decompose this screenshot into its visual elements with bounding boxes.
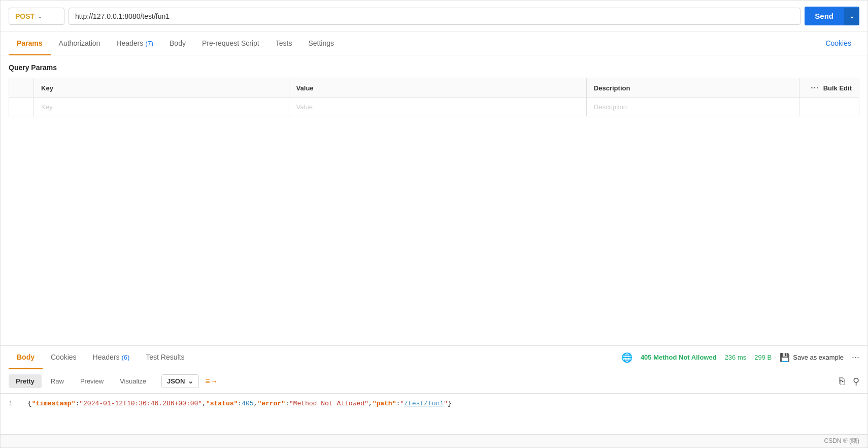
table-header-row: Key Value Description ··· Bulk Edit [9,78,859,98]
params-table: Key Value Description ··· Bulk Edit Key … [9,78,859,116]
bottom-bar-text: CSDN ® (哦) [824,437,859,445]
url-input-wrapper [69,8,800,25]
url-bar: POST ⌄ Send ⌄ [1,1,867,32]
tab-settings[interactable]: Settings [300,32,342,55]
tab-tests[interactable]: Tests [268,32,301,55]
globe-icon: 🌐 [621,352,632,363]
response-section: Body Cookies Headers (6) Test Results 🌐 … [1,345,867,434]
send-label: Send [805,7,844,25]
response-headers-badge: (6) [121,354,129,361]
response-meta: 🌐 405 Method Not Allowed 236 ms 299 B 💾 … [621,352,859,363]
json-val-timestamp: "2024-01-12T10:36:46.286+00:00" [79,400,202,407]
view-raw-button[interactable]: Raw [44,374,71,388]
url-input[interactable] [75,12,794,20]
send-dropdown-icon[interactable]: ⌄ [844,8,859,25]
send-button[interactable]: Send ⌄ [805,7,859,25]
format-select[interactable]: JSON ⌄ [161,374,199,388]
spacer [1,116,867,345]
line-number: 1 [9,400,24,407]
actions-header: ··· Bulk Edit [799,78,859,98]
response-more-options-icon[interactable]: ··· [852,352,859,363]
response-tab-headers[interactable]: Headers (6) [85,346,138,369]
response-tab-test-results[interactable]: Test Results [138,346,192,369]
tab-pre-request[interactable]: Pre-request Script [194,32,268,55]
table-row: Key Value Description [9,98,859,116]
format-label: JSON [167,377,185,385]
section-title: Query Params [9,63,859,72]
bulk-edit-label[interactable]: Bulk Edit [823,84,852,92]
tab-cookies[interactable]: Cookies [817,32,859,55]
response-tab-body[interactable]: Body [9,346,43,369]
view-visualize-button[interactable]: Visualize [113,374,153,388]
value-header: Value [289,78,586,98]
method-chevron-icon: ⌄ [38,13,43,20]
row-key-cell[interactable]: Key [34,98,289,116]
response-time: 236 ms [725,354,747,361]
method-label: POST [15,12,35,20]
filter-icon-button[interactable]: ≡→ [205,377,218,386]
json-val-path: "/test/fun1" [400,400,448,407]
tab-body[interactable]: Body [161,32,194,55]
main-container: POST ⌄ Send ⌄ Params Authorization Heade… [0,0,868,448]
key-header: Key [34,78,289,98]
json-key-timestamp: "timestamp" [32,400,76,407]
copy-button[interactable]: ⎘ [839,376,845,387]
view-pretty-button[interactable]: Pretty [9,374,42,388]
tab-headers[interactable]: Headers (7) [108,32,161,55]
description-header: Description [586,78,799,98]
bulk-edit-area: ··· Bulk Edit [807,83,852,92]
bottom-bar: CSDN ® (哦) [1,434,867,447]
search-button[interactable]: ⚲ [853,376,859,387]
json-path-link[interactable]: /test/fun1 [404,400,444,407]
response-tabs-bar: Body Cookies Headers (6) Test Results 🌐 … [1,346,867,369]
row-actions-cell [799,98,859,116]
json-key-path: "path" [373,400,396,407]
row-desc-cell[interactable]: Description [586,98,799,116]
query-params-section: Query Params Key Value Description ··· B… [1,55,867,116]
row-checkbox-cell [9,98,34,116]
headers-badge: (7) [145,40,153,47]
tab-params[interactable]: Params [9,32,51,55]
view-preview-button[interactable]: Preview [73,374,111,388]
response-actions: ⎘ ⚲ [839,376,859,387]
method-select[interactable]: POST ⌄ [9,8,64,25]
json-val-error: "Method Not Allowed" [289,400,369,407]
more-options-icon[interactable]: ··· [811,83,819,92]
checkbox-header [9,78,34,98]
response-toolbar: Pretty Raw Preview Visualize JSON ⌄ ≡→ ⎘… [1,369,867,394]
format-chevron-icon: ⌄ [188,377,193,385]
response-status: 405 Method Not Allowed [641,354,717,361]
json-val-status: 405 [242,400,253,407]
response-size: 299 B [754,354,772,361]
save-example-button[interactable]: 💾 Save as example [780,353,844,362]
response-body: 1 {"timestamp":"2024-01-12T10:36:46.286+… [1,394,867,434]
json-open-brace: { [28,400,32,407]
tab-authorization[interactable]: Authorization [51,32,109,55]
response-tab-cookies[interactable]: Cookies [43,346,85,369]
row-value-cell[interactable]: Value [289,98,586,116]
save-icon: 💾 [780,353,790,362]
request-tabs-bar: Params Authorization Headers (7) Body Pr… [1,32,867,55]
json-key-status: "status" [206,400,238,407]
json-key-error: "error" [257,400,285,407]
